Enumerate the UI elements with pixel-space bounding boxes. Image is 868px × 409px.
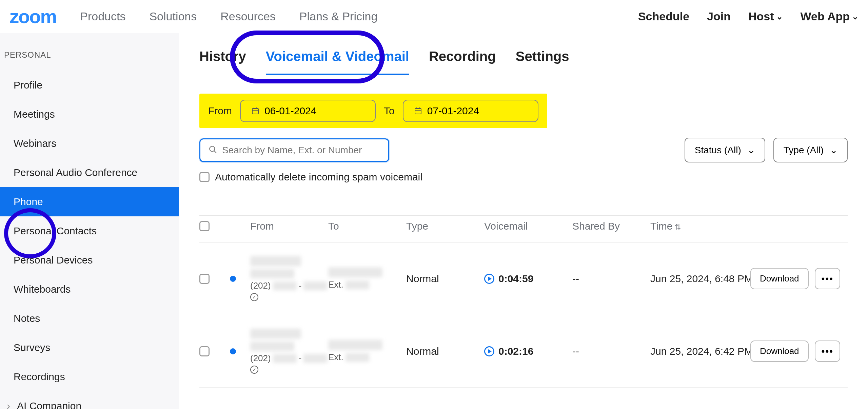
sidebar-item-personal-audio-conference[interactable]: Personal Audio Conference: [0, 158, 179, 187]
cell-type: Normal: [406, 346, 484, 357]
cell-to: Ext.: [328, 340, 406, 363]
sidebar-item-webinars[interactable]: Webinars: [0, 129, 179, 158]
more-actions-button[interactable]: •••: [815, 268, 840, 289]
redacted-ext: [346, 280, 369, 289]
from-label: From: [208, 105, 232, 117]
voicemail-table: From To Type Voicemail Shared By Time (2…: [199, 215, 848, 388]
chevron-down-icon: ⌄: [830, 144, 837, 156]
topnav-left: Products Solutions Resources Plans & Pri…: [80, 10, 377, 23]
nav-schedule[interactable]: Schedule: [638, 10, 689, 23]
sidebar-item-personal-contacts[interactable]: Personal Contacts: [0, 216, 179, 246]
cell-shared-by: --: [572, 346, 650, 357]
redacted-name: [250, 256, 301, 266]
voicemail-play[interactable]: 0:04:59: [484, 273, 572, 285]
sidebar-item-recordings[interactable]: Recordings: [0, 362, 179, 391]
to-date-input[interactable]: 07-01-2024: [403, 100, 538, 122]
redacted-name: [250, 269, 294, 278]
col-voicemail[interactable]: Voicemail: [484, 220, 572, 232]
sidebar-item-whiteboards[interactable]: Whiteboards: [0, 275, 179, 304]
search-input[interactable]: [222, 145, 380, 156]
select-all-checkbox[interactable]: [199, 221, 210, 231]
svg-rect-0: [252, 109, 258, 114]
cell-shared-by: --: [572, 273, 650, 285]
sidebar-section-label: PERSONAL: [0, 50, 179, 60]
sidebar-item-ai-companion[interactable]: AI Companion: [0, 391, 179, 409]
col-from[interactable]: From: [250, 220, 328, 232]
col-type[interactable]: Type: [406, 220, 484, 232]
download-button[interactable]: Download: [750, 268, 809, 289]
row-actions: Download •••: [759, 340, 840, 362]
nav-resources[interactable]: Resources: [220, 10, 276, 23]
cell-time: Jun 25, 2024, 6:42 PM: [650, 346, 759, 357]
tab-recording[interactable]: Recording: [429, 49, 496, 75]
unread-indicator: [230, 348, 236, 354]
download-button[interactable]: Download: [750, 340, 809, 362]
main-region: PERSONAL Profile Meetings Webinars Perso…: [0, 33, 868, 409]
voicemail-play[interactable]: 0:02:16: [484, 346, 572, 357]
unread-indicator: [230, 276, 236, 282]
to-label: To: [384, 105, 395, 117]
col-shared-by[interactable]: Shared By: [572, 220, 650, 232]
col-to[interactable]: To: [328, 220, 406, 232]
sidebar-item-personal-devices[interactable]: Personal Devices: [0, 246, 179, 275]
auto-delete-checkbox[interactable]: [199, 172, 210, 182]
redacted-ext: [346, 353, 369, 362]
redacted-name: [250, 329, 301, 339]
auto-delete-label: Automatically delete incoming spam voice…: [215, 171, 422, 183]
row-checkbox[interactable]: [199, 274, 210, 284]
search-icon: [209, 145, 217, 155]
sidebar: PERSONAL Profile Meetings Webinars Perso…: [0, 33, 179, 409]
search-box[interactable]: [199, 138, 389, 162]
svg-line-9: [214, 151, 216, 153]
tab-settings[interactable]: Settings: [516, 49, 569, 75]
type-filter-dropdown[interactable]: Type (All) ⌄: [773, 138, 848, 162]
auto-delete-row: Automatically delete incoming spam voice…: [199, 171, 848, 183]
row-actions: Download •••: [759, 268, 840, 289]
chevron-down-icon: ⌄: [776, 12, 783, 21]
more-actions-button[interactable]: •••: [815, 340, 840, 362]
verified-icon: [250, 366, 258, 374]
table-row: (202) - Ext. Normal 0:04:59 -- Jun 25, 2…: [199, 242, 848, 315]
from-date-input[interactable]: 06-01-2024: [240, 100, 376, 122]
tab-voicemail-videomail[interactable]: Voicemail & Videomail: [266, 49, 409, 75]
redacted-number: [273, 281, 297, 290]
redacted-number: [303, 354, 327, 363]
redacted-name: [250, 342, 294, 351]
sidebar-item-surveys[interactable]: Surveys: [0, 333, 179, 362]
table-row: (202) - Ext. Normal 0:02:16 -- Jun 25, 2…: [199, 315, 848, 388]
verified-icon: [250, 293, 258, 301]
chevron-down-icon: ⌄: [852, 12, 859, 21]
cell-time: Jun 25, 2024, 6:48 PM: [650, 273, 759, 285]
svg-rect-4: [415, 109, 421, 114]
chevron-down-icon: ⌄: [747, 144, 755, 156]
play-icon: [484, 346, 494, 356]
cell-from: (202) -: [250, 329, 328, 374]
sidebar-item-notes[interactable]: Notes: [0, 304, 179, 333]
nav-join[interactable]: Join: [707, 10, 731, 23]
status-filter-dropdown[interactable]: Status (All) ⌄: [685, 138, 765, 162]
redacted-name: [328, 267, 382, 277]
play-icon: [484, 274, 494, 284]
nav-host[interactable]: Host⌄: [748, 10, 783, 23]
col-time[interactable]: Time: [650, 220, 759, 232]
redacted-number: [273, 354, 297, 363]
top-nav: zoom Products Solutions Resources Plans …: [0, 0, 868, 33]
from-date-value: 06-01-2024: [264, 105, 316, 117]
topnav-right: Schedule Join Host⌄ Web App⌄: [638, 10, 859, 23]
nav-plans-pricing[interactable]: Plans & Pricing: [299, 10, 378, 23]
zoom-logo[interactable]: zoom: [9, 5, 56, 27]
sidebar-item-meetings[interactable]: Meetings: [0, 100, 179, 129]
filter-row: Status (All) ⌄ Type (All) ⌄: [199, 138, 848, 162]
nav-webapp[interactable]: Web App⌄: [801, 10, 859, 23]
tab-bar: History Voicemail & Videomail Recording …: [199, 49, 848, 75]
sidebar-item-phone[interactable]: Phone: [0, 187, 179, 216]
redacted-number: [303, 281, 327, 290]
sidebar-item-profile[interactable]: Profile: [0, 71, 179, 100]
cell-to: Ext.: [328, 267, 406, 290]
nav-products[interactable]: Products: [80, 10, 125, 23]
row-checkbox[interactable]: [199, 346, 210, 356]
tab-history[interactable]: History: [199, 49, 246, 75]
content: History Voicemail & Videomail Recording …: [179, 33, 868, 409]
svg-point-8: [210, 146, 215, 151]
nav-solutions[interactable]: Solutions: [149, 10, 197, 23]
